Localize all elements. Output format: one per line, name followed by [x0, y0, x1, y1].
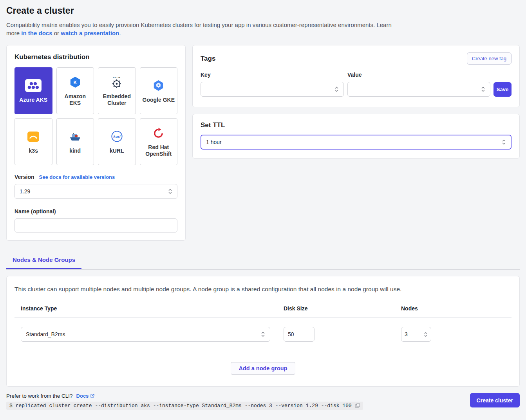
tab-bar: Nodes & Node Groups — [6, 256, 520, 270]
svg-text:kurl: kurl — [113, 134, 120, 139]
tags-card: Tags Create new tag Key Value — [192, 45, 520, 107]
distro-tile-k3s[interactable]: k3s — [14, 118, 52, 165]
svg-text:K: K — [73, 80, 77, 85]
distro-tile-label: Google GKE — [143, 97, 175, 103]
distro-tile-amazon-eks[interactable]: K Amazon EKS — [56, 67, 94, 114]
in-the-docs-link[interactable]: in the docs — [21, 30, 52, 36]
distro-tile-embedded-cluster[interactable]: HELM — [98, 67, 136, 114]
helm-wheel-icon: HELM — [110, 75, 123, 89]
tag-key-select[interactable] — [201, 82, 344, 97]
node-group-row: Standard_B2ms — [14, 318, 512, 351]
save-tag-button[interactable]: Save — [493, 82, 512, 97]
cli-line: Prefer to work from the CLI? Docs — [6, 393, 363, 399]
create-cluster-button[interactable]: Create cluster — [470, 393, 520, 407]
cli-block: Prefer to work from the CLI? Docs $ repl… — [6, 393, 363, 410]
description-period: . — [119, 30, 121, 36]
chevron-updown-icon — [261, 331, 265, 337]
stepper-chevrons-icon[interactable] — [424, 332, 428, 337]
distribution-heading: Kubernetes distribution — [14, 53, 177, 61]
distro-tile-label: k3s — [29, 148, 38, 154]
kubernetes-distribution-card: Kubernetes distribution — [6, 45, 186, 241]
svg-text:HELM: HELM — [113, 76, 121, 79]
instance-type-select[interactable]: Standard_B2ms — [21, 327, 270, 342]
kind-icon — [69, 130, 82, 144]
cli-docs-link[interactable]: Docs — [76, 393, 95, 399]
distribution-tiles: Azure AKS K Amazon EKS HELM — [14, 67, 177, 165]
ttl-heading: Set TTL — [201, 121, 512, 129]
chevron-updown-icon — [502, 139, 506, 145]
distro-tile-kind[interactable]: kind — [56, 118, 94, 165]
add-node-group-wrap: Add a node group — [14, 362, 512, 375]
google-gke-icon — [153, 79, 164, 93]
add-node-group-button[interactable]: Add a node group — [231, 362, 295, 375]
version-select[interactable]: 1.29 — [14, 184, 177, 199]
version-docs-link[interactable]: See docs for available versions — [39, 174, 115, 180]
amazon-eks-icon: K — [70, 75, 81, 89]
tag-key-label: Key — [201, 72, 344, 78]
tag-value-select[interactable] — [347, 82, 490, 97]
footer: Prefer to work from the CLI? Docs $ repl… — [6, 393, 520, 410]
watch-presentation-link[interactable]: watch a presentation — [61, 30, 119, 36]
cluster-name-input[interactable] — [14, 218, 177, 233]
cli-command-block: $ replicated cluster create --distributi… — [6, 402, 363, 410]
version-label: Version — [14, 174, 34, 180]
openshift-icon — [152, 126, 164, 140]
copy-icon[interactable] — [355, 403, 360, 408]
k3s-icon — [27, 130, 40, 144]
chevron-updown-icon — [334, 86, 339, 92]
nodes-stepper[interactable] — [401, 327, 431, 342]
distro-tile-label: kind — [69, 148, 81, 154]
nodes-column-header: Nodes — [401, 305, 512, 312]
nodes-count-input[interactable] — [405, 331, 416, 337]
instance-type-column-header: Instance Type — [21, 305, 284, 312]
distro-tile-label: Red Hat OpenShift — [143, 144, 175, 157]
instance-type-select-value: Standard_B2ms — [26, 331, 65, 337]
tag-value-line: Save — [347, 82, 512, 97]
tags-key-value-row: Key Value Save — [201, 72, 512, 97]
tag-key-column: Key — [201, 72, 344, 97]
distro-tile-label: Amazon EKS — [59, 93, 92, 106]
ttl-select[interactable]: 1 hour — [201, 135, 512, 150]
description-or: or — [52, 30, 61, 36]
version-select-value: 1.29 — [20, 188, 30, 195]
cli-docs-link-label: Docs — [76, 393, 89, 399]
ttl-select-value: 1 hour — [206, 139, 222, 145]
chevron-updown-icon — [168, 188, 172, 195]
disk-size-input[interactable] — [284, 327, 315, 342]
distro-tile-azure-aks[interactable]: Azure AKS — [14, 67, 52, 114]
right-column: Tags Create new tag Key Value — [192, 45, 520, 159]
distro-tile-red-hat-openshift[interactable]: Red Hat OpenShift — [140, 118, 178, 165]
distro-tile-kurl[interactable]: kurl kURL — [98, 118, 136, 165]
cli-text: Prefer to work from the CLI? — [6, 393, 73, 399]
disk-size-column-header: Disk Size — [284, 305, 401, 312]
node-groups-table-header: Instance Type Disk Size Nodes — [14, 305, 512, 318]
distro-tile-google-gke[interactable]: Google GKE — [140, 67, 178, 114]
distro-tile-label: kURL — [110, 148, 124, 154]
page-description: Compatibility matrix enables you to easi… — [6, 21, 392, 37]
tag-value-column: Value Save — [347, 72, 512, 97]
node-groups-card: This cluster can support multiple nodes … — [6, 276, 520, 387]
kurl-icon: kurl — [110, 130, 123, 144]
tab-nodes-node-groups[interactable]: Nodes & Node Groups — [6, 256, 81, 269]
azure-aks-icon — [25, 79, 42, 93]
distro-tile-label: Embedded Cluster — [101, 93, 133, 106]
name-label: Name (optional) — [14, 208, 177, 215]
external-link-icon — [90, 394, 94, 398]
distro-tile-label: Azure AKS — [19, 97, 47, 103]
create-new-tag-button[interactable]: Create new tag — [467, 52, 512, 65]
page-title: Create a cluster — [6, 5, 520, 16]
tags-header: Tags Create new tag — [201, 52, 512, 65]
tag-value-label: Value — [347, 72, 512, 78]
cli-command-text: $ replicated cluster create --distributi… — [9, 403, 352, 409]
main-row: Kubernetes distribution — [6, 45, 520, 241]
tags-heading: Tags — [201, 55, 215, 63]
set-ttl-card: Set TTL 1 hour — [192, 114, 520, 159]
chevron-updown-icon — [481, 86, 485, 92]
node-groups-description: This cluster can support multiple nodes … — [14, 286, 512, 293]
version-row: Version See docs for available versions — [14, 174, 177, 180]
